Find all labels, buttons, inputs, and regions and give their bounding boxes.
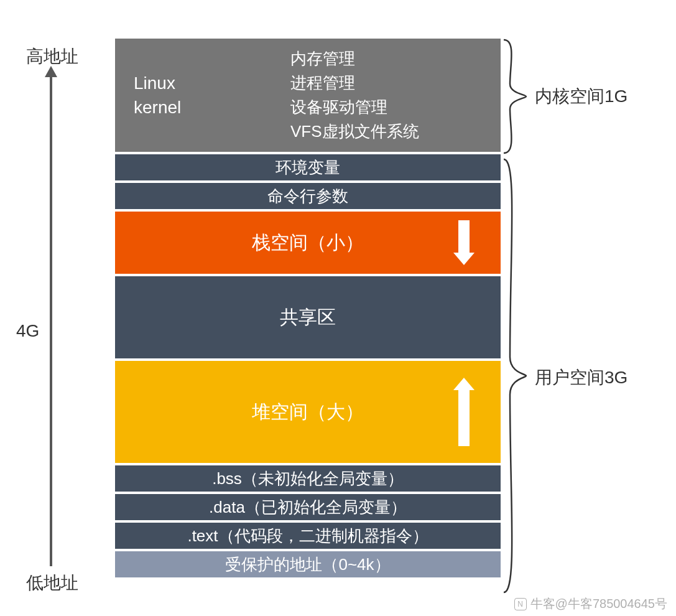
watermark-text: 牛客@牛客785004645号 <box>530 595 667 612</box>
kernel-space-label: 内核空间1G <box>535 85 627 108</box>
kernel-item: 设备驱动管理 <box>290 95 482 119</box>
kernel-items: 内存管理 进程管理 设备驱动管理 VFS虚拟文件系统 <box>290 47 482 144</box>
total-size-label: 4G <box>16 321 39 341</box>
segment-data: .data（已初始化全局变量） <box>115 494 501 520</box>
memory-layout-diagram: Linux kernel 内存管理 进程管理 设备驱动管理 VFS虚拟文件系统 … <box>115 39 501 577</box>
brace-kernel-icon <box>502 39 527 154</box>
arrow-up-icon <box>453 378 475 446</box>
kernel-item: 进程管理 <box>290 71 482 95</box>
segment-bss: .bss（未初始化全局变量） <box>115 465 501 492</box>
kernel-title: Linux kernel <box>134 71 290 119</box>
segment-heap: 堆空间（大） <box>115 361 501 463</box>
kernel-item: VFS虚拟文件系统 <box>290 119 482 144</box>
segment-stack-label: 栈空间（小） <box>252 230 364 256</box>
low-address-label: 低地址 <box>26 571 78 595</box>
watermark: N 牛客@牛客785004645号 <box>514 595 667 612</box>
segment-protected: 受保护的地址（0~4k） <box>115 551 501 577</box>
segment-kernel: Linux kernel 内存管理 进程管理 设备驱动管理 VFS虚拟文件系统 <box>115 39 501 152</box>
kernel-item: 内存管理 <box>290 47 482 71</box>
kernel-title-line1: Linux <box>134 71 290 95</box>
segment-argv: 命令行参数 <box>115 183 501 209</box>
kernel-title-line2: kernel <box>134 95 290 119</box>
high-address-label: 高地址 <box>26 45 78 68</box>
segment-env: 环境变量 <box>115 154 501 180</box>
brace-user-icon <box>502 158 527 594</box>
segment-text: .text（代码段，二进制机器指令） <box>115 523 501 549</box>
segment-stack: 栈空间（小） <box>115 212 501 274</box>
arrow-down-icon <box>453 220 475 265</box>
user-space-label: 用户空间3G <box>535 366 627 390</box>
segment-shared: 共享区 <box>115 276 501 358</box>
watermark-logo-icon: N <box>514 598 527 610</box>
segment-heap-label: 堆空间（大） <box>252 399 364 425</box>
address-axis-arrow <box>50 75 52 566</box>
